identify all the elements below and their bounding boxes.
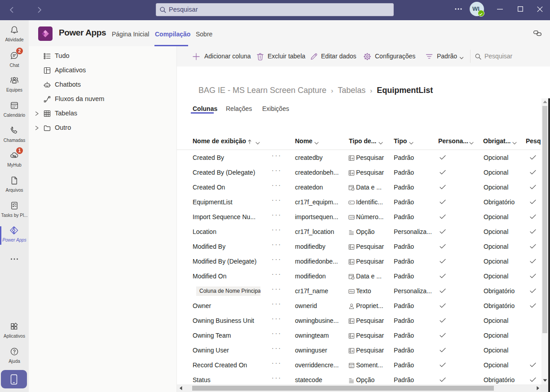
svg-text:21: 21 (350, 365, 352, 368)
svg-text:123: 123 (349, 216, 354, 219)
svg-text:Abc: Abc (349, 290, 354, 293)
